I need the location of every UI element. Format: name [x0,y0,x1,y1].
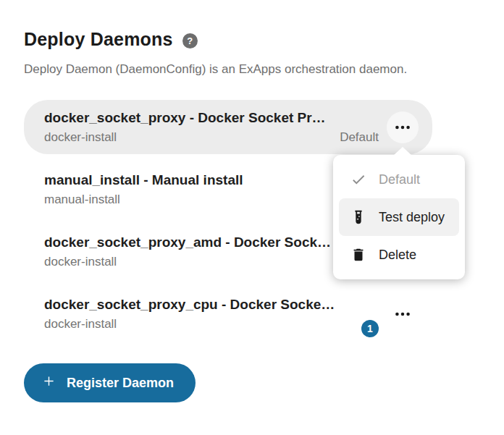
page-title: Deploy Daemons [24,29,173,50]
trash-icon [350,247,366,263]
menu-item-label: Test deploy [379,210,445,225]
register-daemon-label: Register Daemon [67,376,174,391]
daemon-actions-menu: Default Test deploy Delete [333,155,465,279]
section-header: Deploy Daemons ? [24,29,198,50]
daemon-title: docker_socket_proxy - Docker Socket Pr… [44,109,340,127]
dots-horizontal-icon [393,118,412,137]
test-tube-icon [350,209,366,225]
daemon-row-docker-socket-proxy-cpu: docker_socket_proxy_cpu - Docker Socke… … [24,287,432,341]
menu-item-label: Default [379,172,420,187]
daemon-actions-button[interactable] [387,111,419,143]
daemon-actions-button[interactable] [387,298,419,330]
menu-item-default[interactable]: Default [339,161,459,198]
exapps-count-badge: 1 [361,320,379,337]
daemon-subtitle: docker-install [44,316,361,332]
default-indicator: Default [340,130,379,145]
menu-item-label: Delete [379,248,416,263]
section-description: Deploy Daemon (DaemonConfig) is an ExApp… [24,62,480,77]
menu-item-delete[interactable]: Delete [339,236,459,274]
register-daemon-button[interactable]: Register Daemon [24,363,196,402]
daemon-row-docker-socket-proxy: docker_socket_proxy - Docker Socket Pr… … [24,100,432,154]
dots-horizontal-icon [393,305,412,324]
check-icon [350,172,366,187]
menu-item-test-deploy[interactable]: Test deploy [339,198,459,236]
deploy-daemons-section: Deploy Daemons ? Deploy Daemon (DaemonCo… [0,0,504,435]
daemon-text: docker_socket_proxy - Docker Socket Pr… … [44,109,340,145]
plus-icon [41,373,56,392]
daemon-subtitle: docker-install [44,130,340,145]
daemon-text: docker_socket_proxy_cpu - Docker Socke… … [44,295,361,332]
help-icon[interactable]: ? [182,33,198,48]
daemon-title: docker_socket_proxy_cpu - Docker Socke… [44,295,361,314]
